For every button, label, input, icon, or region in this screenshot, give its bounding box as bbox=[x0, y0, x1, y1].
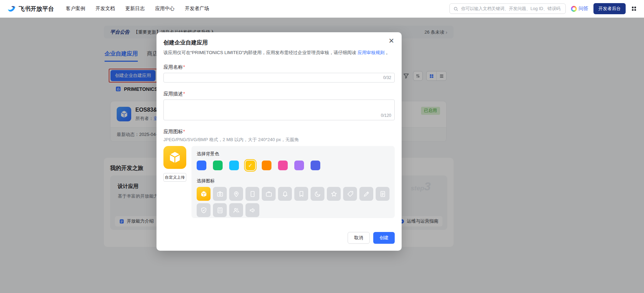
icon-section: 自定义上传 选择背景色 ✓ 选择图标 bbox=[163, 146, 395, 218]
nav-link-changelog[interactable]: 更新日志 bbox=[125, 6, 145, 12]
color-row: ✓ bbox=[197, 161, 390, 170]
color-swatch-6[interactable] bbox=[294, 161, 304, 170]
required-mark: * bbox=[183, 129, 185, 134]
icon-option-people[interactable] bbox=[229, 203, 243, 217]
icon-preview-column: 自定义上传 bbox=[163, 146, 186, 218]
desc-char-counter: 0/120 bbox=[381, 113, 391, 118]
name-char-counter: 0/32 bbox=[383, 75, 391, 80]
app-desc-field: 0/120 bbox=[163, 100, 395, 120]
color-swatch-5[interactable] bbox=[278, 161, 288, 170]
app-name-field: 0/32 bbox=[163, 73, 395, 83]
color-swatch-2[interactable] bbox=[229, 161, 239, 170]
icon-option-tag[interactable] bbox=[343, 187, 357, 201]
icon-option-pen[interactable] bbox=[359, 187, 373, 201]
create-button[interactable]: 创建 bbox=[373, 232, 395, 244]
icon-select-label: 选择图标 bbox=[197, 178, 390, 184]
color-swatch-3[interactable]: ✓ bbox=[245, 161, 255, 170]
icon-option-camera[interactable] bbox=[213, 187, 227, 201]
developer-console-button[interactable]: 开发者后台 bbox=[593, 3, 626, 14]
nav-link-developer-plaza[interactable]: 开发者广场 bbox=[185, 6, 209, 12]
nav-link-dev-docs[interactable]: 开发文档 bbox=[96, 6, 115, 12]
qa-icon bbox=[571, 6, 577, 12]
icon-option-moon[interactable] bbox=[311, 187, 324, 201]
modal-desc-text: 该应用仅可在“PRIMETONICS LIMITED”内部使用，应用发布需经过企… bbox=[163, 50, 356, 55]
brand[interactable]: 飞书开放平台 bbox=[7, 4, 54, 13]
app-desc-textarea[interactable] bbox=[163, 100, 395, 120]
app-icon-label: 应用图标* bbox=[163, 129, 395, 135]
qa-entry[interactable]: 问答 bbox=[571, 6, 588, 12]
search-box bbox=[449, 3, 566, 14]
close-icon[interactable]: × bbox=[387, 36, 396, 45]
nav-link-app-center[interactable]: 应用中心 bbox=[155, 6, 175, 12]
color-swatch-0[interactable] bbox=[197, 161, 206, 170]
modal-description: 该应用仅可在“PRIMETONICS LIMITED”内部使用，应用发布需经过企… bbox=[163, 50, 395, 56]
bg-color-label: 选择背景色 bbox=[197, 151, 390, 157]
icon-option-shield[interactable] bbox=[197, 203, 211, 217]
brand-name: 飞书开放平台 bbox=[19, 5, 54, 13]
custom-upload-button[interactable]: 自定义上传 bbox=[163, 173, 186, 182]
required-mark: * bbox=[183, 64, 185, 70]
icon-option-bell[interactable] bbox=[278, 187, 292, 201]
icon-option-cube[interactable] bbox=[197, 187, 211, 201]
review-rules-link[interactable]: 应用审核规则 bbox=[358, 50, 385, 55]
nav-right: 问答 开发者后台 bbox=[449, 3, 637, 14]
cancel-button[interactable]: 取消 bbox=[348, 232, 370, 244]
color-swatch-1[interactable] bbox=[213, 161, 223, 170]
app-name-label: 应用名称* bbox=[163, 64, 395, 70]
icon-option-location[interactable] bbox=[229, 187, 243, 201]
icon-format-help: JPEG/PNG/SVG/BMP 格式，2 MB 以内，大于 240*240 p… bbox=[163, 137, 395, 143]
search-icon bbox=[453, 6, 458, 11]
app-icon-preview bbox=[163, 146, 186, 169]
app-desc-label: 应用描述* bbox=[163, 91, 395, 97]
icon-option-megaphone[interactable] bbox=[245, 203, 259, 217]
color-swatch-4[interactable] bbox=[262, 161, 271, 170]
screen: 飞书开放平台 客户案例 开发文档 更新日志 应用中心 开发者广场 问答 开发者后… bbox=[0, 0, 644, 293]
icon-option-document[interactable] bbox=[376, 187, 390, 201]
create-app-modal: 创建企业自建应用 × 该应用仅可在“PRIMETONICS LIMITED”内部… bbox=[156, 32, 402, 251]
icon-picker-panel: 选择背景色 ✓ 选择图标 bbox=[191, 146, 395, 218]
modal-footer: 取消 创建 bbox=[163, 232, 395, 244]
nav-link-customer-cases[interactable]: 客户案例 bbox=[66, 6, 85, 12]
color-swatch-7[interactable] bbox=[311, 161, 320, 170]
top-nav: 飞书开放平台 客户案例 开发文档 更新日志 应用中心 开发者广场 问答 开发者后… bbox=[0, 0, 644, 18]
icon-option-bookmark[interactable] bbox=[294, 187, 308, 201]
required-mark: * bbox=[183, 91, 185, 96]
search-input[interactable] bbox=[460, 6, 562, 11]
icon-option-calculator[interactable] bbox=[213, 203, 227, 217]
icon-grid bbox=[197, 187, 390, 217]
icon-option-door[interactable] bbox=[245, 187, 259, 201]
icon-option-star[interactable] bbox=[327, 187, 341, 201]
apps-grid-icon[interactable] bbox=[631, 6, 637, 12]
modal-title: 创建企业自建应用 bbox=[163, 39, 395, 46]
qa-label: 问答 bbox=[579, 6, 588, 12]
nav-links: 客户案例 开发文档 更新日志 应用中心 开发者广场 bbox=[66, 6, 209, 12]
app-name-input[interactable] bbox=[163, 73, 395, 83]
feishu-logo-icon bbox=[7, 4, 16, 13]
cube-icon bbox=[168, 150, 182, 164]
icon-option-briefcase[interactable] bbox=[262, 187, 276, 201]
